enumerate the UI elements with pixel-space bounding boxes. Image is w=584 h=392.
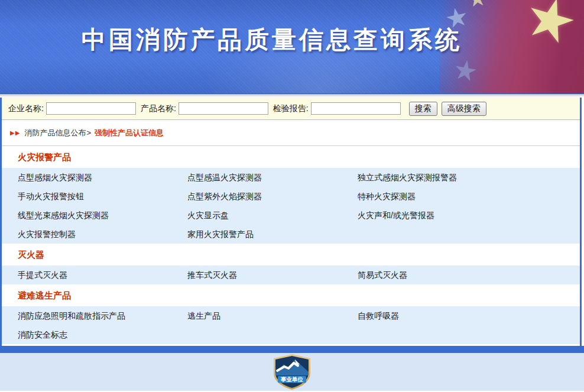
page-title: 中国消防产品质量信息查询系统 (82, 24, 462, 56)
product-row: 手动火灾报警按钮点型紫外火焰探测器特种火灾探测器 (2, 187, 580, 206)
product-row: 手提式灭火器推车式灭火器简易式灭火器 (2, 265, 580, 284)
product-link[interactable]: 手提式灭火器 (18, 265, 187, 284)
product-link[interactable]: 线型光束感烟火灾探测器 (18, 206, 187, 225)
banner-bevel (0, 93, 584, 98)
product-link[interactable]: 点型感烟火灾探测器 (18, 168, 187, 187)
breadcrumb-parent-link[interactable]: 消防产品信息公布 (24, 128, 86, 138)
product-link[interactable]: 消防安全标志 (18, 325, 187, 344)
flag-star-icon: ★ (518, 0, 583, 54)
breadcrumb-separator: > (86, 128, 91, 137)
product-link[interactable]: 特种火灾探测器 (358, 187, 580, 206)
product-link (358, 225, 580, 244)
product-sections: 火灾报警产品点型感烟火灾探测器点型感温火灾探测器独立式感烟火灾探测报警器手动火灾… (2, 146, 580, 344)
inspection-report-input[interactable] (311, 102, 401, 115)
institution-badge[interactable]: 事业单位 (272, 354, 312, 390)
footer-divider-bar (0, 346, 584, 353)
product-link[interactable]: 点型紫外火焰探测器 (187, 187, 358, 206)
section-title: 灭火器 (2, 244, 580, 265)
product-name-input[interactable] (179, 102, 268, 115)
search-bar: 企业名称: 产品名称: 检验报告: 搜索 高级搜索 (2, 98, 580, 120)
flag-star-icon: ★ (451, 55, 480, 86)
product-row: 火灾报警控制器家用火灾报警产品 (2, 225, 580, 244)
section-link-block: 消防应急照明和疏散指示产品逃生产品自救呼吸器消防安全标志 (2, 306, 580, 344)
company-name-label: 企业名称: (8, 103, 44, 114)
product-link[interactable]: 简易式灭火器 (358, 265, 580, 284)
product-row: 点型感烟火灾探测器点型感温火灾探测器独立式感烟火灾探测报警器 (2, 168, 580, 187)
banner: ★ ★ ★ ★ 中国消防产品质量信息查询系统 (0, 0, 584, 93)
product-link[interactable]: 独立式感烟火灾探测报警器 (358, 168, 580, 187)
product-link[interactable]: 手动火灾报警按钮 (18, 187, 187, 206)
flag-star-icon: ★ (466, 0, 488, 11)
page: ★ ★ ★ ★ 中国消防产品质量信息查询系统 企业名称: 产品名称: 检验报告:… (0, 0, 584, 392)
product-link (358, 325, 580, 344)
product-link[interactable]: 自救呼吸器 (358, 306, 580, 325)
breadcrumb-current: 强制性产品认证信息 (95, 128, 164, 138)
product-link[interactable]: 逃生产品 (187, 306, 358, 325)
product-link[interactable]: 点型感温火灾探测器 (187, 168, 358, 187)
product-link[interactable]: 火灾报警控制器 (18, 225, 187, 244)
product-row: 消防安全标志 (2, 325, 580, 344)
breadcrumb: ▶▶ 消防产品信息公布 > 强制性产品认证信息 (2, 120, 580, 146)
section-title: 火灾报警产品 (2, 146, 580, 168)
company-name-input[interactable] (46, 102, 136, 115)
product-row: 线型光束感烟火灾探测器火灾显示盘火灾声和/或光警报器 (2, 206, 580, 225)
product-link (187, 325, 358, 344)
product-link[interactable]: 消防应急照明和疏散指示产品 (18, 306, 187, 325)
advanced-search-button[interactable]: 高级搜索 (442, 102, 486, 116)
breadcrumb-arrows-icon: ▶▶ (10, 129, 20, 136)
main-content-box: 企业名称: 产品名称: 检验报告: 搜索 高级搜索 ▶▶ 消防产品信息公布 > … (0, 98, 582, 346)
product-row: 消防应急照明和疏散指示产品逃生产品自救呼吸器 (2, 306, 580, 325)
product-name-label: 产品名称: (141, 103, 176, 114)
section-link-block: 点型感烟火灾探测器点型感温火灾探测器独立式感烟火灾探测报警器手动火灾报警按钮点型… (2, 168, 580, 244)
product-link[interactable]: 火灾显示盘 (187, 206, 358, 225)
footer: 事业单位 (0, 353, 584, 391)
product-link[interactable]: 火灾声和/或光警报器 (358, 206, 580, 225)
section-title: 避难逃生产品 (2, 284, 580, 306)
section-link-block: 手提式灭火器推车式灭火器简易式灭火器 (2, 265, 580, 284)
product-link[interactable]: 推车式灭火器 (187, 265, 358, 284)
inspection-report-label: 检验报告: (273, 103, 309, 114)
search-button[interactable]: 搜索 (409, 102, 437, 116)
product-link[interactable]: 家用火灾报警产品 (187, 225, 358, 244)
badge-label: 事业单位 (280, 376, 304, 383)
